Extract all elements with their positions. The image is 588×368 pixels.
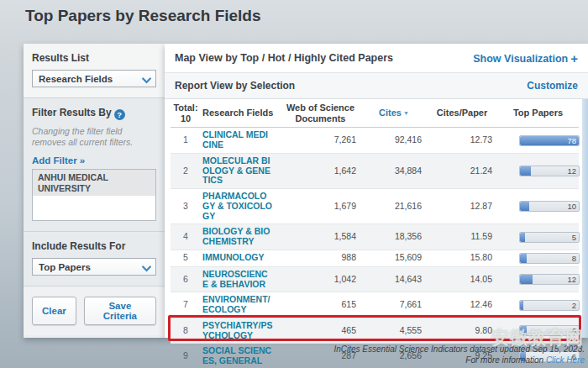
report-view-bar: Report View by Selection Customize <box>165 73 588 99</box>
cites-value: 21,616 <box>361 189 427 224</box>
top-papers-bar: 10 <box>519 201 580 212</box>
field-link[interactable]: PSYCHIATRY/PSYCHOLOGY <box>202 321 273 341</box>
sort-desc-icon: ▼ <box>403 110 409 116</box>
field-link[interactable]: NEUROSCIENCE & BEHAVIOR <box>202 270 273 290</box>
row-rank: 5 <box>171 250 201 266</box>
chevron-down-icon <box>142 76 151 86</box>
results-list-value: Research Fields <box>39 74 113 84</box>
wos-docs-value: 1,042 <box>280 266 361 292</box>
top-papers-bar: 5 <box>519 232 580 243</box>
cites-per-paper-value: 9.80 <box>427 318 497 344</box>
top-papers-bar: 12 <box>519 166 580 176</box>
include-results-select[interactable]: Top Papers <box>32 258 156 276</box>
listbox-item-anhui[interactable]: ANHUI MEDICAL UNIVERSITY <box>33 170 155 196</box>
row-rank: 4 <box>171 224 201 250</box>
cites-value: 15,609 <box>361 250 427 266</box>
field-cell: ENVIRONMENT/ECOLOGY <box>201 292 280 318</box>
table-header-row: Total:10 Research Fields Web of Science … <box>171 99 579 128</box>
top-papers-cell: 12 <box>497 153 579 188</box>
table-row: 2MOLECULAR BIOLOGY & GENETICS1,64234,884… <box>171 153 579 188</box>
university-listbox[interactable]: ANHUI MEDICAL UNIVERSITY <box>32 169 156 221</box>
row-rank: 8 <box>171 318 201 344</box>
cites-per-paper-value: 12.46 <box>427 292 497 318</box>
top-papers-bar: 8 <box>519 253 580 264</box>
row-rank: 1 <box>171 128 201 154</box>
field-link[interactable]: ENVIRONMENT/ECOLOGY <box>202 295 273 315</box>
cites-per-paper-value: 11.59 <box>427 224 497 250</box>
customize-link[interactable]: Customize <box>527 80 578 92</box>
report-view-title: Report View by Selection <box>175 80 295 92</box>
results-list-section: Results List Research Fields <box>24 44 165 98</box>
col-wos-docs-header: Web of Science Documents <box>280 99 361 128</box>
filter-section: Filter Results By? Changing the filter f… <box>24 98 165 232</box>
clear-button[interactable]: Clear <box>32 297 76 325</box>
wos-docs-value: 988 <box>280 250 361 266</box>
watermark: 安徽教育网 <box>491 326 584 350</box>
wos-docs-value: 1,642 <box>280 153 361 188</box>
top-papers-value: 78 <box>567 136 576 146</box>
row-rank: 2 <box>171 153 201 188</box>
page: Top Papers by Research Fields Results Li… <box>0 0 588 368</box>
wos-docs-value: 1,679 <box>280 189 361 224</box>
field-cell: CLINICAL MEDICINE <box>201 128 280 154</box>
main-panel: Map View by Top / Hot / Highly Cited Pap… <box>165 44 588 338</box>
col-cites-paper-header: Cites/Paper <box>427 99 497 128</box>
help-icon[interactable]: ? <box>114 109 125 120</box>
top-papers-cell: 8 <box>497 250 579 266</box>
save-criteria-button[interactable]: Save Criteria <box>84 297 156 325</box>
cites-value: 14,643 <box>361 266 427 292</box>
top-papers-cell: 2 <box>497 292 579 318</box>
field-link[interactable]: IMMUNOLOGY <box>202 253 273 263</box>
results-list-label: Results List <box>32 52 156 64</box>
top-papers-cell: 10 <box>497 189 579 224</box>
cites-per-paper-value: 15.80 <box>427 250 497 266</box>
field-cell: SOCIAL SCIENCES, GENERAL <box>201 344 280 368</box>
top-papers-bar: 2 <box>519 300 580 311</box>
field-cell: NEUROSCIENCE & BEHAVIOR <box>201 266 280 292</box>
field-link[interactable]: PHARMACOLOGY & TOXICOLOGY <box>202 192 273 221</box>
field-cell: IMMUNOLOGY <box>201 250 280 266</box>
field-link[interactable]: MOLECULAR BIOLOGY & GENETICS <box>202 156 273 186</box>
field-link[interactable]: BIOLOGY & BIOCHEMISTRY <box>202 227 273 247</box>
show-visualization-link[interactable]: Show Visualization+ <box>473 51 578 66</box>
top-papers-cell: 12 <box>497 266 579 292</box>
table-row: 1CLINICAL MEDICINE7,26192,41612.7378 <box>171 128 579 154</box>
field-cell: PSYCHIATRY/PSYCHOLOGY <box>201 318 280 344</box>
filter-note: Changing the filter field removes all cu… <box>32 126 156 148</box>
filter-by-label: Filter Results By <box>32 107 112 118</box>
results-list-select[interactable]: Research Fields <box>32 70 156 87</box>
cites-per-paper-value: 12.73 <box>427 128 497 154</box>
footer-line2: For more information Click Here <box>333 355 585 366</box>
add-filter-link[interactable]: Add Filter » <box>32 155 85 166</box>
sidebar-buttons: Clear Save Criteria <box>24 287 165 335</box>
table-row: 7ENVIRONMENT/ECOLOGY6157,66112.462 <box>171 292 579 318</box>
row-rank: 7 <box>171 292 201 318</box>
top-papers-value: 12 <box>567 275 576 285</box>
table-row: 4BIOLOGY & BIOCHEMISTRY1,58418,35611.595 <box>171 224 579 250</box>
map-view-title: Map View by Top / Hot / Highly Cited Pap… <box>175 52 393 64</box>
page-title: Top Papers by Research Fields <box>25 7 261 25</box>
field-link[interactable]: SOCIAL SCIENCES, GENERAL <box>202 346 273 366</box>
top-papers-bar: 12 <box>519 274 580 285</box>
top-papers-value: 8 <box>572 254 576 264</box>
wos-docs-value: 7,261 <box>280 128 361 154</box>
field-link[interactable]: CLINICAL MEDICINE <box>202 130 273 150</box>
row-rank: 3 <box>171 189 201 224</box>
top-papers-cell: 5 <box>497 224 579 250</box>
wos-docs-value: 1,584 <box>280 224 361 250</box>
top-papers-cell: 78 <box>497 128 579 154</box>
table-row: 3PHARMACOLOGY & TOXICOLOGY1,67921,61612.… <box>171 189 579 224</box>
sidebar: Results List Research Fields Filter Resu… <box>24 44 165 338</box>
chevron-down-icon <box>142 264 151 274</box>
col-cites-header[interactable]: Cites▼ <box>361 99 427 128</box>
cites-per-paper-value: 14.05 <box>427 266 497 292</box>
top-papers-value: 2 <box>572 301 576 311</box>
include-results-section: Include Results For Top Papers <box>24 232 165 287</box>
cites-value: 18,356 <box>361 224 427 250</box>
top-papers-value: 5 <box>572 233 576 243</box>
click-here-link[interactable]: Click Here <box>546 355 585 365</box>
wos-docs-value: 615 <box>280 292 361 318</box>
table-scrollbar[interactable] <box>582 99 588 338</box>
col-top-papers-header: Top Papers <box>497 99 579 128</box>
map-view-bar: Map View by Top / Hot / Highly Cited Pap… <box>165 44 588 73</box>
